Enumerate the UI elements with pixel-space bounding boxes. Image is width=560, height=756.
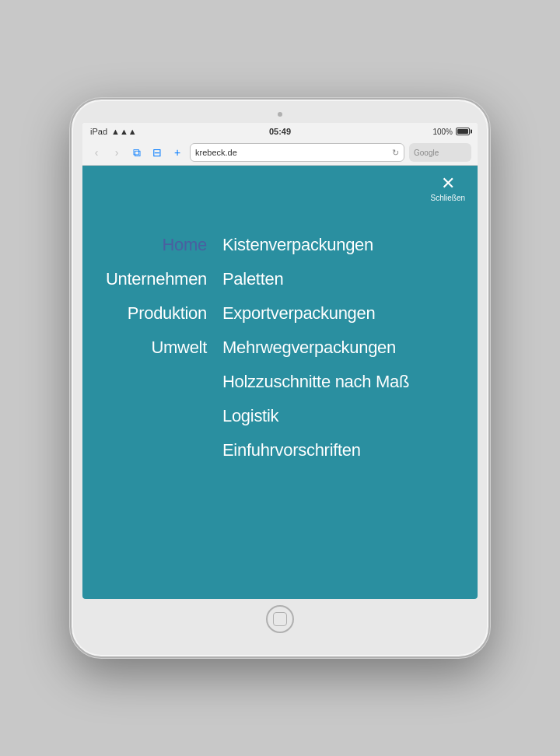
ipad-camera xyxy=(278,112,282,117)
tabs-button[interactable]: ⧉ xyxy=(129,146,145,159)
right-menu-item-2[interactable]: Exportverpackungen xyxy=(222,296,375,331)
status-bar: iPad ▲▲▲ 05:49 100% xyxy=(82,123,478,140)
left-menu-item-2[interactable]: Produktion xyxy=(128,296,207,331)
browser-bar: ‹ › ⧉ ⊟ + krebeck.de ↻ Google xyxy=(82,140,478,166)
home-button[interactable] xyxy=(266,605,294,633)
menu-container: HomeUnternehmenProduktionUmwelt Kistenve… xyxy=(82,228,478,467)
battery-icon xyxy=(456,128,470,135)
left-menu-item-3[interactable]: Umwelt xyxy=(151,331,207,365)
right-menu-item-1[interactable]: Paletten xyxy=(222,262,283,296)
wifi-icon: ▲▲▲ xyxy=(111,127,137,136)
reload-icon[interactable]: ↻ xyxy=(392,148,399,158)
close-button[interactable]: ✕ Schließen xyxy=(431,175,465,202)
search-placeholder: Google xyxy=(414,149,439,157)
right-menu-item-4[interactable]: Holzzuschnitte nach Maß xyxy=(222,365,409,399)
right-menu-item-3[interactable]: Mehrwegverpackungen xyxy=(222,331,396,365)
right-menu-item-6[interactable]: Einfuhrvorschriften xyxy=(222,433,361,467)
bookmarks-button[interactable]: ⊟ xyxy=(149,146,165,159)
menu-left: HomeUnternehmenProduktionUmwelt xyxy=(106,228,207,467)
close-label: Schließen xyxy=(431,194,465,202)
forward-button[interactable]: › xyxy=(109,146,124,159)
right-menu-item-0[interactable]: Kistenverpackungen xyxy=(222,228,373,262)
ipad-frame: iPad ▲▲▲ 05:49 100% ‹ › ⧉ ⊟ + krebeck.de… xyxy=(70,98,490,658)
back-button[interactable]: ‹ xyxy=(89,146,104,159)
browser-content: ✕ Schließen HomeUnternehmenProduktionUmw… xyxy=(82,166,478,599)
right-menu-item-5[interactable]: Logistik xyxy=(222,399,278,433)
device-name: iPad xyxy=(90,127,107,136)
close-x-icon: ✕ xyxy=(441,175,455,192)
battery-fill xyxy=(457,129,468,134)
battery-percent: 100% xyxy=(432,128,453,136)
status-left: iPad ▲▲▲ xyxy=(90,127,137,136)
menu-right: KistenverpackungenPalettenExportverpacku… xyxy=(222,228,409,467)
url-bar[interactable]: krebeck.de ↻ xyxy=(190,143,404,162)
status-time: 05:49 xyxy=(269,127,291,136)
search-bar[interactable]: Google xyxy=(409,143,471,162)
add-tab-button[interactable]: + xyxy=(170,146,185,159)
home-button-inner xyxy=(273,612,287,626)
left-menu-item-1[interactable]: Unternehmen xyxy=(106,262,207,296)
ipad-screen: iPad ▲▲▲ 05:49 100% ‹ › ⧉ ⊟ + krebeck.de… xyxy=(82,123,478,599)
url-text: krebeck.de xyxy=(195,148,392,157)
left-menu-item-0[interactable]: Home xyxy=(163,228,208,262)
status-right: 100% xyxy=(432,128,470,136)
